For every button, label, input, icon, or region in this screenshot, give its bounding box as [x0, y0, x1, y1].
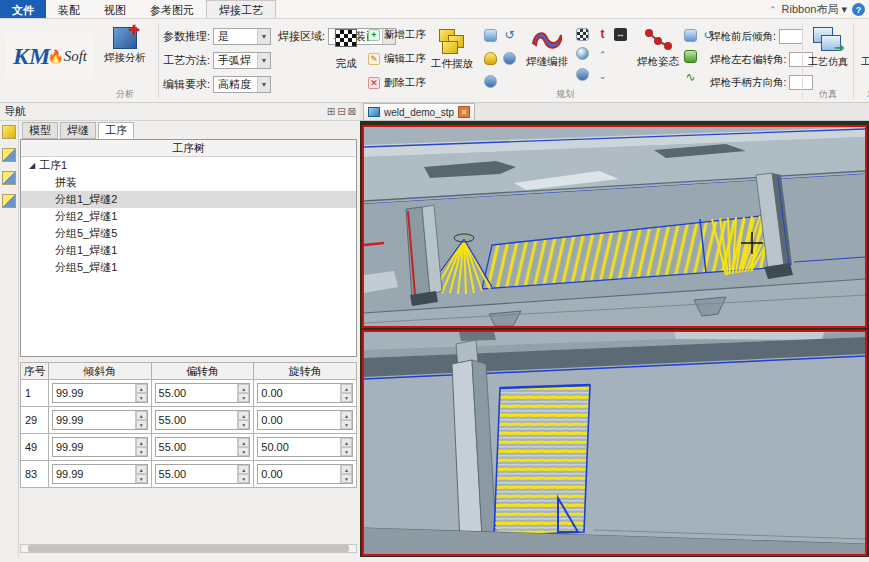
menu-tab-file[interactable]: 文件	[0, 0, 46, 18]
logo-flame-icon: 🔥	[47, 49, 63, 64]
process-tree-panel: 工序树 ◢ 工序1 拼装 分组1_焊缝2 分组2_焊缝1 分组5_焊缝5 分组1…	[20, 139, 357, 357]
row-index: 49	[21, 434, 49, 461]
spinner-arrows-icon[interactable]: ▲▼	[135, 438, 147, 456]
cone-icon[interactable]	[484, 52, 497, 65]
scrollbar-thumb[interactable]	[28, 545, 350, 552]
tree-item-selected[interactable]: 分组1_焊缝2	[21, 191, 356, 208]
finish-button[interactable]: 完成	[330, 29, 362, 71]
close-tab-icon[interactable]: ✕	[458, 106, 470, 118]
left-icon-strip	[0, 121, 19, 557]
menu-tab-view[interactable]: 视图	[92, 0, 138, 18]
horizontal-scrollbar[interactable]	[20, 544, 357, 553]
pattern-icon[interactable]	[576, 28, 589, 41]
tree-item[interactable]: 分组2_焊缝1	[21, 208, 356, 225]
deflection-angle-spinner[interactable]: 55.00▲▼	[155, 383, 251, 403]
process-card-output-button[interactable]: 工艺卡片输出	[856, 27, 869, 69]
capture-view-icon[interactable]	[484, 29, 497, 42]
chevron-down-icon[interactable]: ⌄	[596, 70, 609, 83]
leaf-icon[interactable]	[684, 50, 697, 63]
tree-item[interactable]: 分组5_焊缝5	[21, 225, 356, 242]
cylinder-icon[interactable]	[503, 52, 516, 65]
chevron-down-icon: ▼	[257, 53, 270, 68]
process-method-dropdown[interactable]: 手弧焊▼	[213, 52, 271, 69]
menu-tab-reference[interactable]: 参考图元	[138, 0, 206, 18]
spinner-arrows-icon[interactable]: ▲▼	[237, 438, 249, 456]
menu-tab-weld-process[interactable]: 焊接工艺	[206, 0, 276, 18]
param-inference-dropdown[interactable]: 是▼	[213, 28, 271, 45]
spinner-arrows-icon[interactable]: ▲▼	[237, 465, 249, 483]
part-icon[interactable]	[2, 125, 16, 139]
deflection-angle-spinner[interactable]: 55.00▲▼	[155, 464, 251, 484]
horizontal-arrow-icon[interactable]: ↔	[614, 28, 627, 41]
chevron-down-icon: ▼	[257, 77, 270, 92]
edit-requirement-dropdown[interactable]: 高精度▼	[213, 76, 271, 93]
assembly-icon[interactable]	[2, 194, 16, 208]
chevron-down-icon: ▼	[257, 29, 270, 44]
checkered-flag-icon	[335, 29, 357, 47]
spinner-arrows-icon[interactable]: ▲▼	[237, 411, 249, 429]
deflection-angle-spinner[interactable]: 55.00▲▼	[155, 410, 251, 430]
assembly-icon[interactable]	[2, 171, 16, 185]
tree-expander-icon[interactable]: ◢	[29, 161, 39, 170]
sphere-icon[interactable]	[576, 47, 589, 60]
spinner-arrows-icon[interactable]: ▲▼	[340, 384, 352, 402]
tilt-angle-spinner[interactable]: 99.99▲▼	[52, 437, 148, 457]
tree-item[interactable]: 分组5_焊缝1	[21, 259, 356, 276]
tilt-angle-spinner[interactable]: 99.99▲▼	[52, 410, 148, 430]
ribbon-layout-dropdown[interactable]: Ribbon布局 ▾	[782, 2, 847, 17]
tree-item[interactable]: 拼装	[21, 174, 356, 191]
close-panel-icon[interactable]: ⊠	[348, 106, 356, 117]
simulation-icon	[813, 27, 843, 53]
cylinder-icon[interactable]	[484, 75, 497, 88]
weld-analysis-button[interactable]: 焊接分析	[96, 27, 154, 65]
help-icon[interactable]: ?	[852, 3, 865, 16]
app-logo: KM 🔥 Soft	[6, 33, 94, 79]
tree-item[interactable]: 分组1_焊缝1	[21, 242, 356, 259]
row-index: 83	[21, 461, 49, 488]
assembly-icon[interactable]	[2, 148, 16, 162]
deflection-angle-spinner[interactable]: 55.00▲▼	[155, 437, 251, 457]
spinner-arrows-icon[interactable]: ▲▼	[340, 438, 352, 456]
capture-view-icon[interactable]	[684, 29, 697, 42]
torch-pose-button[interactable]: 焊枪姿态	[636, 27, 680, 69]
dock-icon[interactable]: ⊞	[327, 106, 335, 117]
angle-table: 序号 倾斜角 偏转角 旋转角 1 99.99▲▼ 55.00▲▼ 0.00▲▼ …	[20, 362, 357, 488]
rotation-angle-spinner[interactable]: 0.00▲▼	[257, 383, 353, 403]
spinner-arrows-icon[interactable]: ▲▼	[135, 411, 147, 429]
viewport-top[interactable]	[362, 125, 867, 328]
nav-title: 导航	[4, 104, 26, 119]
marker-icon[interactable]: t	[596, 28, 609, 41]
process-simulation-button[interactable]: 工艺仿真	[805, 27, 851, 69]
nav-tab-model[interactable]: 模型	[22, 122, 58, 139]
rotate-icon[interactable]: ↺	[503, 29, 516, 42]
tilt-angle-spinner[interactable]: 99.99▲▼	[52, 464, 148, 484]
document-tab[interactable]: weld_demo_stp ✕	[363, 103, 475, 120]
tilt-angle-spinner[interactable]: 99.99▲▼	[52, 383, 148, 403]
spinner-arrows-icon[interactable]: ▲▼	[135, 465, 147, 483]
menu-tab-assembly[interactable]: 装配	[46, 0, 92, 18]
workpiece-placement-button[interactable]: 工件摆放	[426, 27, 478, 71]
edit-process-button[interactable]: ✎编辑工序	[368, 52, 426, 66]
group-label-publish: 发布	[856, 88, 869, 101]
tree-root-process1[interactable]: ◢ 工序1	[21, 157, 356, 174]
seam-arrange-button[interactable]: 焊缝编排	[524, 27, 570, 69]
nav-tab-seam[interactable]: 焊缝	[60, 122, 96, 139]
cylinder-icon[interactable]	[576, 68, 589, 81]
spinner-arrows-icon[interactable]: ▲▼	[340, 465, 352, 483]
rotation-angle-spinner[interactable]: 0.00▲▼	[257, 464, 353, 484]
rotation-angle-spinner[interactable]: 0.00▲▼	[257, 410, 353, 430]
torch-fore-aft-angle-input[interactable]	[779, 29, 803, 44]
collapse-ribbon-icon[interactable]: ⌃	[769, 5, 777, 15]
nav-tab-process[interactable]: 工序	[98, 122, 134, 139]
process-tree-header: 工序树	[21, 140, 356, 157]
path-curve-icon[interactable]: ∿	[684, 71, 697, 84]
spinner-arrows-icon[interactable]: ▲▼	[340, 411, 352, 429]
nav-tabs: 模型 焊缝 工序	[22, 122, 136, 139]
spinner-arrows-icon[interactable]: ▲▼	[135, 384, 147, 402]
chevron-up-icon[interactable]: ⌃	[596, 49, 609, 62]
viewport-bottom[interactable]	[362, 330, 867, 556]
add-process-button[interactable]: +新增工序	[368, 28, 426, 42]
pin-icon[interactable]: ⊟	[337, 106, 345, 117]
spinner-arrows-icon[interactable]: ▲▼	[237, 384, 249, 402]
rotation-angle-spinner[interactable]: 50.00▲▼	[257, 437, 353, 457]
